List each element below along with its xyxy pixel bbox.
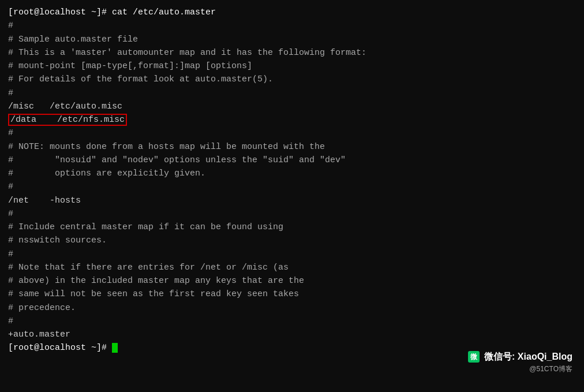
watermark-subtitle: @51CTO博客 — [468, 364, 572, 375]
line-8: /misc /etc/auto.misc — [8, 100, 576, 113]
line-9-highlight: /data /etc/nfs.misc — [8, 113, 576, 126]
line-7: # — [8, 87, 576, 100]
line-23: # precedence. — [8, 301, 576, 315]
line-12: # "nosuid" and "nodev" options unless th… — [8, 154, 576, 167]
line-11: # NOTE: mounts done from a hosts map wil… — [8, 140, 576, 154]
line-3: # Sample auto.master file — [8, 33, 576, 46]
watermark: 微 微信号: XiaoQi_Blog @51CTO博客 — [468, 350, 572, 375]
line-5: # mount-point [map-type[,format]:]map [o… — [8, 59, 576, 73]
line-17: # Include central master map if it can b… — [8, 221, 576, 234]
line-1: [root@localhost ~]# cat /etc/auto.master — [8, 6, 576, 19]
line-16: # — [8, 207, 576, 221]
prompt-text: [root@localhost ~]# — [8, 343, 112, 353]
line-2: # — [8, 19, 576, 32]
line-14: # — [8, 180, 576, 193]
line-20: # Note that if there are entries for /ne… — [8, 261, 576, 274]
line-18: # nsswitch sources. — [8, 234, 576, 247]
line-15: /net -hosts — [8, 194, 576, 207]
cursor-block — [112, 343, 118, 353]
line-22: # same will not be seen as the first rea… — [8, 288, 576, 301]
line-13: # options are explicitly given. — [8, 167, 576, 180]
line-19: # — [8, 248, 576, 261]
line-24: # — [8, 315, 576, 328]
highlighted-entry: /data /etc/nfs.misc — [8, 114, 127, 126]
terminal-window: [root@localhost ~]# cat /etc/auto.master… — [0, 0, 584, 392]
line-25: +auto.master — [8, 328, 576, 341]
wechat-icon: 微 — [468, 351, 480, 363]
line-6: # For details of the format look at auto… — [8, 73, 576, 86]
line-10: # — [8, 126, 576, 140]
watermark-title: 微 微信号: XiaoQi_Blog — [468, 350, 572, 364]
line-21: # above) in the included master map any … — [8, 274, 576, 288]
line-4: # This is a 'master' automounter map and… — [8, 46, 576, 59]
